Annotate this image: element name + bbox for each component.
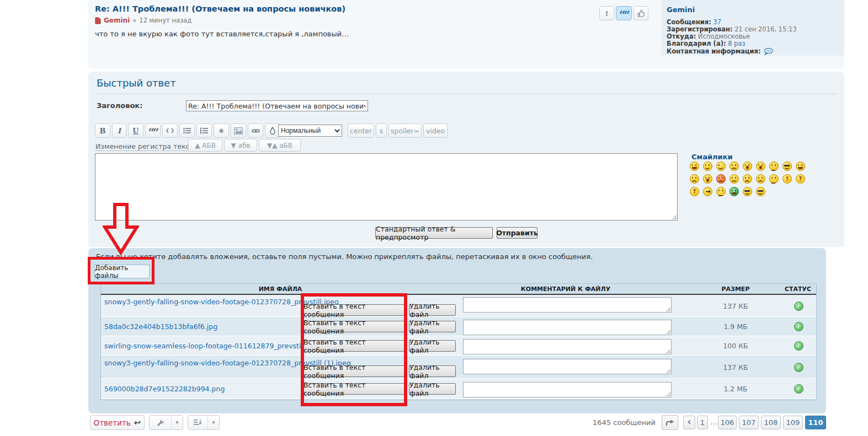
togglecase-button[interactable]: ▼▲ аБВ — [259, 139, 301, 152]
code-button[interactable] — [162, 123, 178, 138]
page-button[interactable]: 108 — [761, 416, 781, 429]
smiley-icon[interactable] — [756, 174, 765, 184]
submit-button[interactable]: Отправить — [497, 227, 537, 239]
font-size-select[interactable]: Нормальный — [278, 125, 342, 137]
insert-in-message-button[interactable]: Вставить в текст сообщения — [303, 304, 406, 316]
list-item-button[interactable]: * — [214, 123, 229, 138]
file-comment-input[interactable] — [463, 339, 672, 354]
italic-button[interactable]: I — [112, 123, 126, 138]
page-button-current[interactable]: 110 — [805, 416, 826, 429]
case-change-label[interactable]: Изменение регистра текста: — [95, 142, 200, 151]
post-author-link[interactable]: Gemini — [104, 17, 130, 24]
smiley-icon[interactable] — [769, 174, 779, 184]
like-post-button[interactable] — [633, 6, 648, 20]
prev-page-button[interactable] — [683, 416, 695, 429]
profile-posts-count-link[interactable]: 37 — [713, 18, 721, 26]
insert-in-message-button[interactable]: Вставить в текст сообщения — [303, 365, 406, 377]
file-size: 137 КБ — [705, 302, 766, 310]
total-posts-count: 1645 сообщений — [587, 418, 656, 427]
attachment-filename-link[interactable]: swirling-snow-seamless-loop-footage-0116… — [104, 342, 322, 350]
profile-username[interactable]: Gemini — [667, 6, 695, 14]
file-comment-input[interactable] — [463, 320, 672, 335]
file-comment-input[interactable] — [463, 297, 672, 313]
delete-file-button[interactable]: Удалить файл — [409, 304, 456, 316]
quote-bbcode-button[interactable] — [145, 123, 161, 138]
ordered-list-button[interactable] — [196, 123, 212, 138]
list-button[interactable] — [179, 123, 195, 138]
chat-bubble-icon[interactable] — [764, 48, 774, 55]
profile-thanked-link[interactable]: 8 раз — [728, 40, 745, 47]
uppercase-button[interactable]: ▲ АБВ — [188, 139, 222, 152]
file-comment-input[interactable] — [463, 359, 672, 374]
page-button[interactable]: 1 — [697, 416, 708, 429]
smiley-icon[interactable] — [690, 174, 699, 184]
reply-button[interactable]: Ответить — [90, 415, 145, 430]
profile-location: Откуда: Исподмосковье — [667, 33, 750, 40]
jump-to-page-button[interactable] — [662, 415, 678, 430]
delete-file-button[interactable]: Удалить файл — [409, 365, 456, 377]
add-files-button[interactable]: Добавить файлы — [94, 265, 150, 278]
insert-link-button[interactable] — [248, 123, 263, 138]
smiley-icon[interactable] — [743, 174, 752, 184]
smiley-icon[interactable] — [743, 187, 752, 196]
file-comment-input[interactable] — [463, 382, 672, 397]
status-ok-icon — [794, 322, 803, 331]
attachment-filename-link[interactable]: 569000b28d7e91522282b994.png — [104, 385, 225, 393]
attachments-panel: Если вы не хотите добавлять вложения, ос… — [88, 248, 826, 413]
preview-button[interactable]: Стандартный ответ & предпросмотр — [375, 227, 493, 239]
video-button[interactable]: video — [423, 123, 448, 138]
sort-dropdown-caret[interactable] — [207, 416, 219, 429]
page-button[interactable]: 107 — [739, 416, 759, 429]
jump-arrow-icon — [665, 419, 674, 426]
chevron-left-icon — [687, 417, 691, 428]
smiley-icon[interactable] — [796, 174, 805, 184]
profile-posts: Сообщения: 37 — [667, 18, 721, 26]
page-button[interactable]: 106 — [718, 416, 737, 429]
smiley-icon[interactable] — [756, 162, 765, 171]
strike-button[interactable]: s — [376, 123, 387, 138]
smiley-icon[interactable] — [690, 162, 699, 171]
message-textarea[interactable] — [95, 153, 678, 220]
forum-page: Re: А!!! Троблема!!! (Отвечаем на вопрос… — [0, 0, 868, 436]
insert-in-message-button[interactable]: Вставить в текст сообщения — [303, 340, 406, 352]
lowercase-button[interactable]: ▼ абв — [224, 139, 257, 152]
bold-button[interactable]: B — [95, 123, 110, 138]
tools-dropdown-caret[interactable] — [171, 416, 183, 429]
insert-in-message-button[interactable]: Вставить в текст сообщения — [303, 321, 406, 332]
smiley-icon[interactable] — [703, 162, 712, 171]
delete-file-button[interactable]: Удалить файл — [409, 340, 456, 352]
center-button[interactable]: center — [348, 123, 374, 138]
smiley-icon[interactable] — [729, 162, 739, 171]
sort-options-button[interactable] — [188, 415, 220, 430]
smiley-icon[interactable] — [716, 162, 726, 171]
smiley-icon[interactable] — [796, 162, 805, 171]
smiley-icon[interactable] — [769, 162, 779, 171]
file-size: 137 КБ — [705, 363, 766, 372]
attachments-notice: Если вы не хотите добавлять вложения, ос… — [96, 252, 593, 261]
smiley-icon[interactable] — [716, 187, 726, 196]
smiley-icon[interactable] — [729, 174, 739, 184]
smiley-icon[interactable] — [756, 187, 765, 196]
smiley-icon[interactable] — [782, 162, 792, 171]
delete-file-button[interactable]: Удалить файл — [409, 383, 456, 395]
page-button[interactable]: 109 — [783, 416, 803, 429]
smiley-icon[interactable] — [703, 174, 712, 184]
insert-in-message-button[interactable]: Вставить в текст сообщения — [303, 383, 406, 395]
subject-input[interactable] — [186, 100, 368, 111]
underline-button[interactable]: U — [128, 123, 143, 138]
smiley-icon[interactable] — [716, 174, 726, 184]
image-icon — [234, 127, 243, 134]
report-post-button[interactable]: ! — [599, 6, 614, 20]
smiley-icon[interactable] — [703, 187, 712, 196]
post-title[interactable]: Re: А!!! Троблема!!! (Отвечаем на вопрос… — [95, 4, 345, 13]
smiley-icon[interactable] — [743, 162, 752, 171]
spoiler-button[interactable]: spoiler= — [388, 123, 422, 138]
attachment-filename-link[interactable]: 58da0c32e404b15b13bfa6f6.jpg — [104, 322, 217, 331]
topic-tools-button[interactable] — [149, 415, 183, 430]
quote-post-button[interactable] — [616, 6, 632, 20]
smiley-icon[interactable] — [782, 174, 792, 184]
insert-image-button[interactable] — [231, 123, 246, 138]
smiley-icon[interactable] — [729, 187, 739, 196]
delete-file-button[interactable]: Удалить файл — [409, 321, 456, 332]
smiley-icon[interactable] — [690, 187, 699, 196]
